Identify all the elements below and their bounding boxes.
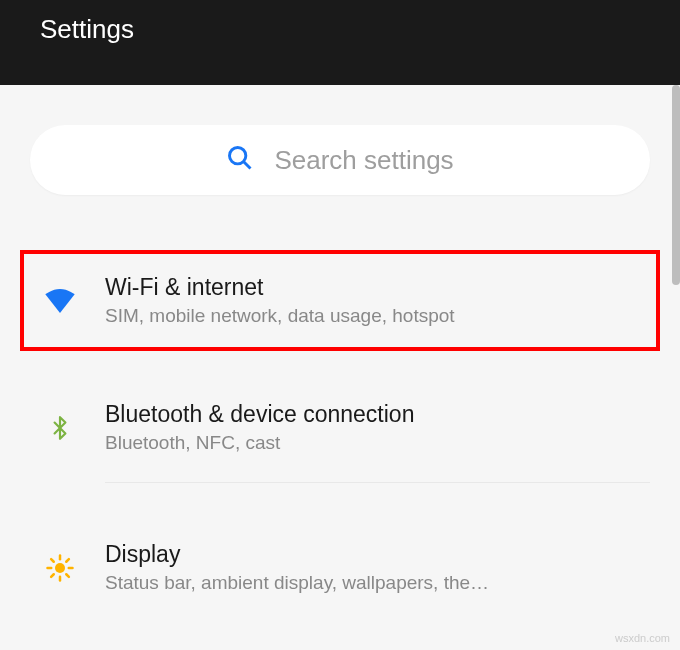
- item-subtitle: Status bar, ambient display, wallpapers,…: [105, 572, 640, 594]
- bluetooth-icon: [35, 403, 85, 453]
- item-title: Display: [105, 541, 640, 568]
- search-bar[interactable]: Search settings: [30, 125, 650, 195]
- settings-item-display[interactable]: Display Status bar, ambient display, wal…: [30, 521, 650, 614]
- content: Search settings Wi-Fi & internet SIM, mo…: [0, 85, 680, 614]
- svg-line-1: [244, 162, 251, 169]
- wifi-icon: [35, 276, 85, 326]
- item-subtitle: SIM, mobile network, data usage, hotspot: [105, 305, 640, 327]
- search-icon: [226, 144, 254, 176]
- svg-line-8: [66, 574, 69, 577]
- scrollbar[interactable]: [672, 85, 680, 285]
- item-subtitle: Bluetooth, NFC, cast: [105, 432, 640, 454]
- brightness-icon: [35, 543, 85, 593]
- item-title: Bluetooth & device connection: [105, 401, 640, 428]
- page-title: Settings: [40, 14, 134, 45]
- divider: [105, 482, 650, 483]
- item-text: Bluetooth & device connection Bluetooth,…: [105, 401, 640, 454]
- watermark: wsxdn.com: [615, 632, 670, 644]
- item-text: Wi-Fi & internet SIM, mobile network, da…: [105, 274, 640, 327]
- settings-item-bluetooth[interactable]: Bluetooth & device connection Bluetooth,…: [30, 381, 650, 474]
- header: Settings: [0, 0, 680, 85]
- svg-line-9: [51, 574, 54, 577]
- svg-point-0: [230, 148, 246, 164]
- svg-point-2: [55, 563, 65, 573]
- settings-list: Wi-Fi & internet SIM, mobile network, da…: [30, 250, 650, 614]
- search-placeholder: Search settings: [274, 145, 453, 176]
- settings-item-wifi-internet[interactable]: Wi-Fi & internet SIM, mobile network, da…: [20, 250, 660, 351]
- item-text: Display Status bar, ambient display, wal…: [105, 541, 640, 594]
- svg-line-7: [51, 559, 54, 562]
- item-title: Wi-Fi & internet: [105, 274, 640, 301]
- svg-line-10: [66, 559, 69, 562]
